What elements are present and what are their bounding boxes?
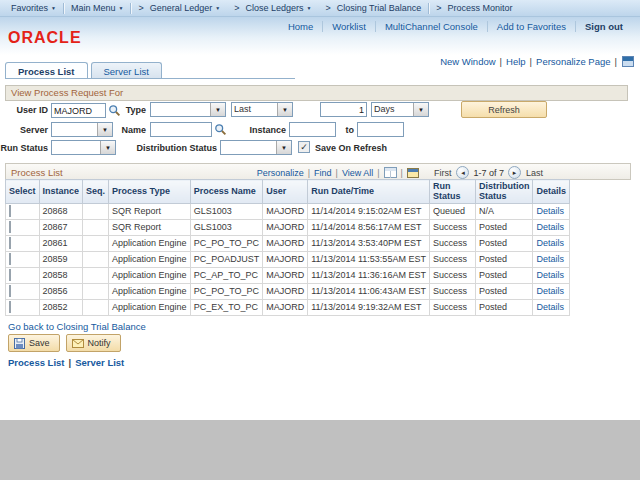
cell-user: MAJORD xyxy=(263,203,308,219)
last-count-input[interactable] xyxy=(320,102,367,117)
breadcrumb-item-closing-trial-balance[interactable]: Closing Trial Balance xyxy=(318,0,428,16)
personalize-link[interactable]: Personalize xyxy=(255,168,306,178)
name-label: Name xyxy=(100,125,146,135)
save-on-refresh-checkbox[interactable] xyxy=(298,141,310,153)
unit-select[interactable]: Days xyxy=(371,102,429,117)
col-seq: Seq. xyxy=(83,180,109,204)
cell-instance: 20859 xyxy=(39,251,83,267)
breadcrumb-item-close-ledgers[interactable]: Close Ledgers xyxy=(227,0,318,16)
row-checkbox[interactable] xyxy=(9,301,11,313)
details-link[interactable]: Details xyxy=(536,206,564,216)
details-link[interactable]: Details xyxy=(536,286,564,296)
breadcrumb-item-main-menu[interactable]: Main Menu xyxy=(64,0,130,16)
cell-process-name: PC_EX_TO_PC xyxy=(190,299,263,315)
view-all-link[interactable]: View All xyxy=(340,168,375,178)
row-range: 1-7 of 7 xyxy=(471,168,506,178)
refresh-button[interactable]: Refresh xyxy=(461,101,547,118)
find-link[interactable]: Find xyxy=(312,168,334,178)
instance-to-input[interactable] xyxy=(357,122,404,137)
filter-section-header: View Process Request For xyxy=(5,85,628,101)
page-links: New Window Help Personalize Page xyxy=(436,56,634,67)
help-link[interactable]: Help xyxy=(502,56,530,67)
cell-details: Details xyxy=(533,251,570,267)
breadcrumb-item-general-ledger[interactable]: General Ledger xyxy=(131,0,227,16)
cell-run-status: Success xyxy=(429,235,475,251)
cell-select xyxy=(6,283,40,299)
cell-instance: 20867 xyxy=(39,219,83,235)
process-list-link[interactable]: Process List xyxy=(8,357,65,368)
cell-details: Details xyxy=(533,283,570,299)
col-instance: Instance xyxy=(39,180,83,204)
multichannel-console-link[interactable]: MultiChannel Console xyxy=(376,21,488,32)
new-window-link[interactable]: New Window xyxy=(436,56,499,67)
user-id-input[interactable] xyxy=(51,103,106,118)
cell-seq xyxy=(83,267,109,283)
oracle-logo: ORACLE xyxy=(8,29,82,47)
cell-process-name: PC_POADJUST xyxy=(190,251,263,267)
cell-process-name: PC_PO_TO_PC xyxy=(190,283,263,299)
details-link[interactable]: Details xyxy=(536,254,564,264)
next-page-icon[interactable] xyxy=(508,166,521,179)
breadcrumb-item-process-monitor[interactable]: Process Monitor xyxy=(429,0,519,16)
details-link[interactable]: Details xyxy=(536,222,564,232)
col-process-type: Process Type xyxy=(109,180,191,204)
cell-user: MAJORD xyxy=(263,219,308,235)
cell-details: Details xyxy=(533,203,570,219)
notify-button[interactable]: Notify xyxy=(66,334,121,352)
dropdown-arrow-icon xyxy=(276,141,291,154)
save-button[interactable]: Save xyxy=(8,334,60,352)
col-run-status: Run Status xyxy=(429,180,475,204)
last-link[interactable]: Last xyxy=(523,168,546,178)
detach-grid-icon[interactable] xyxy=(407,168,419,178)
previous-page-icon[interactable] xyxy=(456,166,469,179)
first-link[interactable]: First xyxy=(431,168,455,178)
cell-process-type: Application Engine xyxy=(109,283,191,299)
cell-run-datetime: 11/14/2014 8:56:17AM EST xyxy=(308,219,430,235)
home-link[interactable]: Home xyxy=(279,21,323,32)
cell-user: MAJORD xyxy=(263,283,308,299)
personalize-page-link[interactable]: Personalize Page xyxy=(532,56,614,67)
download-grid-icon[interactable] xyxy=(384,167,397,178)
cell-process-type: Application Engine xyxy=(109,267,191,283)
worklist-link[interactable]: Worklist xyxy=(323,21,376,32)
row-checkbox[interactable] xyxy=(9,221,11,233)
details-link[interactable]: Details xyxy=(536,238,564,248)
cell-distribution-status: Posted xyxy=(475,267,533,283)
cell-run-status: Success xyxy=(429,299,475,315)
row-checkbox[interactable] xyxy=(9,205,11,217)
table-row: 20856 Application Engine PC_PO_TO_PC MAJ… xyxy=(6,283,570,299)
bottom-grey-band xyxy=(0,420,640,480)
tab-server-list[interactable]: Server List xyxy=(91,62,162,79)
col-select: Select xyxy=(6,180,40,204)
details-link[interactable]: Details xyxy=(536,270,564,280)
details-link[interactable]: Details xyxy=(536,302,564,312)
add-to-favorites-link[interactable]: Add to Favorites xyxy=(488,21,576,32)
tab-bar: Process List Server List xyxy=(5,62,165,79)
type-select-value xyxy=(151,103,210,116)
tab-process-list[interactable]: Process List xyxy=(5,62,88,79)
cell-seq xyxy=(83,299,109,315)
name-input[interactable] xyxy=(150,122,212,137)
cell-select xyxy=(6,267,40,283)
cell-instance: 20861 xyxy=(39,235,83,251)
cell-distribution-status: Posted xyxy=(475,235,533,251)
server-list-link[interactable]: Server List xyxy=(75,357,124,368)
row-checkbox[interactable] xyxy=(9,237,11,249)
go-back-link[interactable]: Go back to Closing Trial Balance xyxy=(8,321,146,332)
cell-select xyxy=(6,251,40,267)
breadcrumb-item-favorites[interactable]: Favorites xyxy=(4,0,63,16)
type-select[interactable] xyxy=(150,102,226,117)
cell-run-datetime: 11/13/2014 3:53:40PM EST xyxy=(308,235,430,251)
instance-from-input[interactable] xyxy=(289,122,336,137)
distribution-status-select[interactable] xyxy=(220,140,292,155)
row-checkbox[interactable] xyxy=(9,285,11,297)
run-status-select[interactable] xyxy=(51,140,116,155)
sign-out-link[interactable]: Sign out xyxy=(576,21,632,32)
window-layout-icon[interactable] xyxy=(622,56,634,67)
cell-distribution-status: Posted xyxy=(475,219,533,235)
row-checkbox[interactable] xyxy=(9,269,11,281)
name-lookup-icon[interactable] xyxy=(214,123,227,136)
last-select[interactable]: Last xyxy=(231,102,293,117)
row-checkbox[interactable] xyxy=(9,253,11,265)
col-distribution-status: Distribution Status xyxy=(475,180,533,204)
